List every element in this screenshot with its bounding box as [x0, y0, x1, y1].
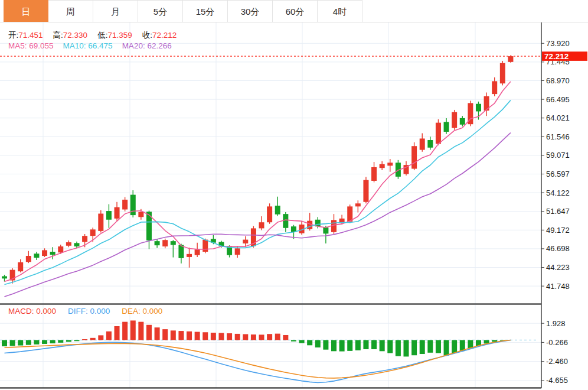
ma20-readout: MA20: 62.266 [122, 41, 172, 50]
price-axis-label: 64.021 [546, 113, 570, 122]
price-axis-label: 46.698 [546, 244, 570, 253]
macd-readout: MACD: 0.000DIFF: 0.000DEA: 0.000 [8, 307, 174, 316]
macd-value: MACD: 0.000 [8, 307, 56, 316]
high-field: 高:72.330 [53, 31, 88, 40]
price-axis-label: 73.920 [546, 39, 570, 48]
ohlc-readout: 开:71.451高:72.330低:71.359收:72.212 [8, 30, 187, 41]
macd-axis-label: -0.266 [546, 338, 568, 347]
macd-panel-plot[interactable] [0, 305, 541, 388]
price-axis-label: 68.970 [546, 76, 570, 85]
price-axis-label: 51.647 [546, 207, 570, 216]
chart-canvas[interactable]: 73.92071.44568.97066.49564.02161.54659.0… [0, 0, 588, 390]
macd-axis-label: -4.655 [546, 376, 568, 385]
price-axis-label: 54.122 [546, 188, 570, 197]
price-chart-plot[interactable] [0, 22, 541, 304]
macd-axis-label: -2.460 [546, 357, 568, 366]
ma-readout: MA5: 69.055MA10: 66.475MA20: 62.266 [8, 41, 181, 50]
ma10-readout: MA10: 66.475 [63, 41, 113, 50]
open-field: 开:71.451 [8, 31, 43, 40]
price-axis-label: 59.071 [546, 151, 570, 160]
price-axis-label: 61.546 [546, 132, 570, 141]
close-field: 收:72.212 [142, 31, 177, 40]
price-axis-label: 56.597 [546, 170, 570, 178]
trading-chart-app: 日 周 月 5分 15分 30分 60分 4时 73.92071.44568.9… [0, 0, 588, 390]
ma5-readout: MA5: 69.055 [8, 41, 54, 50]
low-field: 低:71.359 [97, 31, 132, 40]
macd-axis-label: 1.928 [546, 319, 566, 328]
current-price-tag-label: 72.212 [544, 52, 569, 61]
dea-value: DEA: 0.000 [122, 307, 162, 316]
price-axis-label: 49.172 [546, 226, 570, 235]
price-axis-label: 66.495 [546, 95, 570, 104]
price-axis-label: 41.748 [546, 282, 570, 291]
price-axis-label: 44.223 [546, 263, 570, 272]
diff-value: DIFF: 0.000 [68, 307, 110, 316]
